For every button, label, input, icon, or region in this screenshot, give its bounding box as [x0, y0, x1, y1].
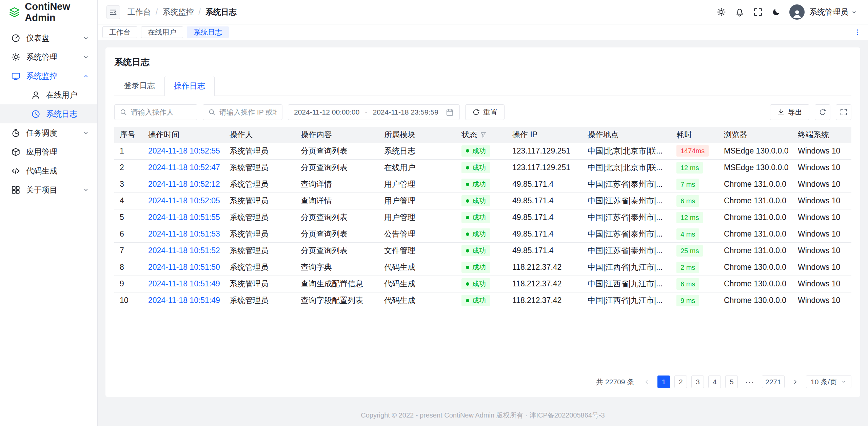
column-header-content: 操作内容: [295, 127, 379, 143]
notifications-button[interactable]: [732, 4, 747, 20]
cell-content: 分页查询列表: [295, 159, 379, 176]
tab-login-log[interactable]: 登录日志: [114, 76, 164, 96]
cell-location: 中国|江西省|九江市|...: [582, 276, 671, 292]
settings-button[interactable]: [713, 4, 729, 20]
cell-time-link[interactable]: 2024-11-18 10:52:47: [148, 163, 220, 172]
sidebar-item-online-users[interactable]: 在线用户: [0, 85, 97, 104]
cell-time-link[interactable]: 2024-11-18 10:51:49: [148, 279, 220, 288]
sidebar-item-app-management[interactable]: 应用管理: [0, 142, 97, 161]
cell-time-link[interactable]: 2024-11-18 10:52:55: [148, 146, 220, 155]
log-tabs: 登录日志 操作日志: [114, 76, 851, 96]
chevron-left-icon: [644, 379, 650, 385]
dark-mode-button[interactable]: [768, 4, 784, 20]
header-actions: 系统管理员: [713, 4, 859, 20]
duration-badge: 12 ms: [676, 212, 703, 223]
column-header-browser: 浏览器: [718, 127, 792, 143]
dashboard-icon: [11, 34, 20, 43]
column-header-duration: 耗时: [671, 127, 718, 143]
pagination-page-button[interactable]: 5: [725, 376, 738, 388]
cell-browser: Chrome 130.0.0.0: [718, 276, 792, 292]
bell-icon: [735, 7, 744, 17]
cell-time-link[interactable]: 2024-11-18 10:52:12: [148, 180, 220, 188]
cell-time-link[interactable]: 2024-11-18 10:51:55: [148, 213, 220, 222]
cell-location: 中国|江苏省|泰州市|...: [582, 192, 671, 209]
reset-button[interactable]: 重置: [465, 104, 505, 120]
cell-browser: Chrome 131.0.0.0: [718, 209, 792, 226]
sidebar-item-system-log[interactable]: 系统日志: [0, 104, 97, 123]
breadcrumb-item[interactable]: 系统监控: [162, 7, 194, 17]
pagination-page-button[interactable]: 2: [674, 376, 687, 388]
cell-browser: Chrome 130.0.0.0: [718, 292, 792, 309]
cell-os: Windows 10: [792, 242, 851, 259]
gear-icon: [717, 7, 726, 17]
pagination-prev-button[interactable]: [640, 376, 653, 388]
reset-label: 重置: [483, 107, 497, 117]
sidebar-submenu: 在线用户 系统日志: [0, 85, 97, 123]
cell-operator: 系统管理员: [224, 143, 295, 159]
pagination-pages: 12345···2271: [657, 376, 785, 388]
pagination-page-button[interactable]: 4: [708, 376, 721, 388]
cell-browser: MSEdge 130.0.0.0: [718, 159, 792, 176]
cell-content: 查询字段配置列表: [295, 292, 379, 309]
cell-os: Windows 10: [792, 276, 851, 292]
cell-module: 代码生成: [379, 292, 456, 309]
cell-time-link[interactable]: 2024-11-18 10:52:05: [148, 196, 220, 205]
sidebar-item-task-schedule[interactable]: 任务调度: [0, 123, 97, 142]
cell-browser: Chrome 131.0.0.0: [718, 176, 792, 192]
logo[interactable]: ContiNew Admin: [0, 0, 97, 24]
sidebar-item-label: 代码生成: [26, 166, 57, 176]
tab-online-users[interactable]: 在线用户: [141, 26, 183, 38]
sidebar-collapse-button[interactable]: [106, 5, 120, 19]
ip-search-input[interactable]: [219, 108, 277, 116]
tab-workbench[interactable]: 工作台: [102, 26, 137, 38]
cell-os: Windows 10: [792, 259, 851, 276]
user-menu[interactable]: 系统管理员: [807, 7, 859, 17]
cell-time-link[interactable]: 2024-11-18 10:51:53: [148, 229, 220, 238]
cell-operator: 系统管理员: [224, 209, 295, 226]
table-fullscreen-button[interactable]: [836, 104, 851, 120]
tab-label: 在线用户: [148, 27, 176, 37]
cell-time-link[interactable]: 2024-11-18 10:51:49: [148, 296, 220, 305]
page-size-select[interactable]: 10 条/页: [806, 376, 851, 388]
cell-time-link[interactable]: 2024-11-18 10:51:50: [148, 263, 220, 271]
status-badge: 成功: [461, 145, 490, 157]
cell-time-link[interactable]: 2024-11-18 10:51:52: [148, 246, 220, 255]
status-dot-icon: [466, 266, 469, 269]
status-dot-icon: [466, 249, 469, 252]
cell-module: 文件管理: [379, 242, 456, 259]
status-badge: 成功: [461, 179, 490, 190]
sidebar-item-label: 系统管理: [26, 52, 57, 62]
pagination-page-button[interactable]: 3: [691, 376, 704, 388]
sidebar-item-system-monitor[interactable]: 系统监控: [0, 66, 97, 85]
sidebar-item-dashboard[interactable]: 仪表盘: [0, 28, 97, 47]
status-dot-icon: [466, 183, 469, 186]
status-badge: 成功: [461, 245, 490, 256]
tab-system-log[interactable]: 系统日志: [187, 26, 229, 38]
status-label: 成功: [472, 246, 486, 255]
column-header-label: 状态: [461, 129, 477, 140]
avatar[interactable]: [789, 4, 805, 20]
sidebar-item-system-management[interactable]: 系统管理: [0, 47, 97, 66]
content-area: 系统日志 登录日志 操作日志 2024-11-12 00:00:: [98, 40, 868, 404]
sidebar-item-about-project[interactable]: 关于项目: [0, 180, 97, 199]
pagination-next-button[interactable]: [789, 376, 802, 388]
cell-ip: 118.212.37.42: [507, 259, 582, 276]
filter-icon[interactable]: [480, 131, 487, 138]
operator-search-input[interactable]: [131, 108, 192, 116]
page-title: 系统日志: [114, 56, 851, 68]
pagination-page-button[interactable]: 1: [657, 376, 670, 388]
pagination-page-button[interactable]: 2271: [762, 376, 785, 388]
breadcrumb-item[interactable]: 工作台: [127, 7, 151, 17]
pagination-ellipsis[interactable]: ···: [742, 376, 757, 388]
export-button[interactable]: 导出: [770, 104, 809, 120]
cell-location: 中国|北京|北京市|联...: [582, 159, 671, 176]
table-refresh-button[interactable]: [815, 104, 830, 120]
cell-operator: 系统管理员: [224, 242, 295, 259]
date-range-picker[interactable]: 2024-11-12 00:00:00 - 2024-11-18 23:59:5…: [288, 104, 460, 120]
tab-operation-log[interactable]: 操作日志: [164, 76, 215, 96]
fullscreen-button[interactable]: [750, 4, 766, 20]
sidebar-item-code-generation[interactable]: 代码生成: [0, 161, 97, 180]
tab-more-button[interactable]: [852, 26, 863, 38]
cell-content: 分页查询列表: [295, 209, 379, 226]
table-row: 7 2024-11-18 10:51:52 系统管理员 分页查询列表 文件管理 …: [114, 242, 851, 259]
